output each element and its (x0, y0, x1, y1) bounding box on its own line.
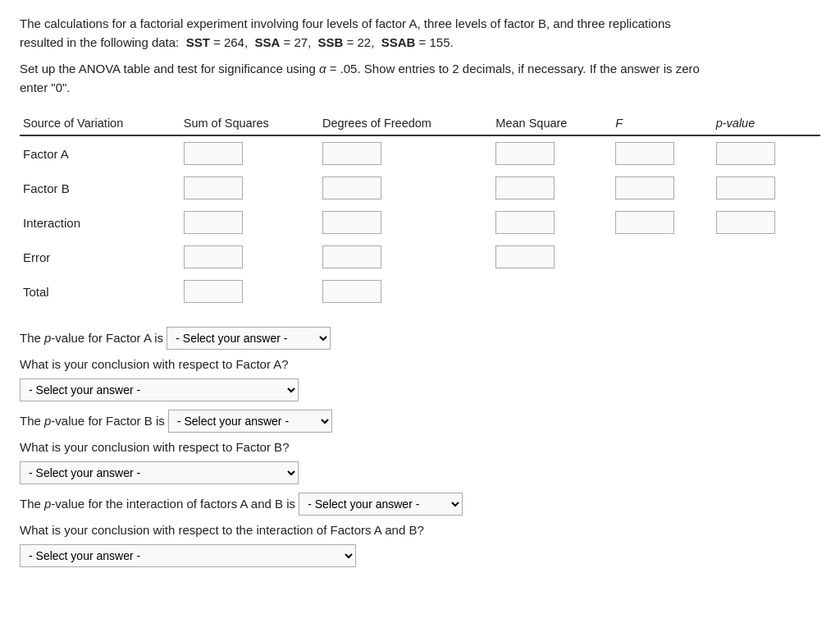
cell-ms-err[interactable] (492, 240, 612, 274)
question-block-factor-b: The p-value for Factor B is - Select you… (20, 410, 820, 484)
row-label-interaction: Interaction (20, 205, 180, 240)
cell-df-a[interactable] (319, 135, 492, 171)
input-ss-a[interactable] (184, 142, 243, 165)
input-pv-b[interactable] (716, 176, 775, 199)
input-ss-total[interactable] (184, 280, 243, 303)
input-df-total[interactable] (322, 280, 381, 303)
col-header-f: F (612, 112, 713, 135)
cell-pv-err-empty (713, 240, 820, 274)
q1-conclusion-select[interactable]: - Select your answer - (20, 378, 299, 401)
input-df-err[interactable] (322, 245, 381, 268)
question-block-factor-a: The p-value for Factor A is - Select you… (20, 327, 820, 401)
input-ms-int[interactable] (495, 211, 555, 234)
intro-line1: The calculations for a factorial experim… (20, 15, 820, 52)
cell-df-int[interactable] (319, 205, 492, 240)
col-header-df: Degrees of Freedom (319, 112, 492, 135)
q3-pvalue-select[interactable]: - Select your answer - (299, 493, 463, 516)
q2-pvalue-select[interactable]: - Select your answer - (168, 410, 332, 433)
input-ms-a[interactable] (495, 142, 555, 165)
cell-ss-err[interactable] (180, 240, 319, 274)
cell-f-err-empty (612, 240, 713, 274)
table-row: Factor B (20, 171, 820, 205)
row-label-factor-a: Factor A (20, 135, 180, 171)
col-header-source: Source of Variation (20, 112, 180, 135)
q3-conclusion-label: What is your conclusion with respect to … (20, 519, 820, 541)
q1-conclusion-label: What is your conclusion with respect to … (20, 353, 820, 375)
cell-ms-int[interactable] (492, 205, 612, 240)
cell-ss-total[interactable] (180, 274, 319, 309)
input-df-int[interactable] (322, 211, 381, 234)
cell-df-total[interactable] (319, 274, 492, 309)
q3-conclusion-select[interactable]: - Select your answer - (20, 544, 356, 567)
row-label-factor-b: Factor B (20, 171, 180, 205)
input-df-b[interactable] (322, 176, 381, 199)
input-f-int[interactable] (615, 211, 674, 234)
setup-text: Set up the ANOVA table and test for sign… (20, 60, 820, 97)
cell-ms-total-empty (492, 274, 612, 309)
table-row: Total (20, 274, 820, 309)
input-ss-int[interactable] (184, 211, 243, 234)
input-ms-b[interactable] (495, 176, 555, 199)
cell-ms-a[interactable] (492, 135, 612, 171)
anova-table: Source of Variation Sum of Squares Degre… (20, 112, 820, 309)
cell-ss-b[interactable] (180, 171, 319, 205)
table-row: Interaction (20, 205, 820, 240)
cell-f-b[interactable] (612, 171, 713, 205)
input-ms-err[interactable] (495, 245, 555, 268)
q3-pvalue-label: The p-value for the interaction of facto… (20, 493, 820, 516)
q2-conclusion-select[interactable]: - Select your answer - (20, 461, 299, 484)
input-f-b[interactable] (615, 176, 674, 199)
col-header-pv: p-value (713, 112, 820, 135)
row-label-total: Total (20, 274, 180, 309)
cell-pv-total-empty (713, 274, 820, 309)
question-block-interaction: The p-value for the interaction of facto… (20, 493, 820, 567)
table-row: Factor A (20, 135, 820, 171)
cell-df-b[interactable] (319, 171, 492, 205)
row-label-error: Error (20, 240, 180, 274)
col-header-ss: Sum of Squares (180, 112, 319, 135)
cell-pv-b[interactable] (713, 171, 820, 205)
q2-conclusion-label: What is your conclusion with respect to … (20, 436, 820, 458)
col-header-ms: Mean Square (492, 112, 612, 135)
cell-f-total-empty (612, 274, 713, 309)
cell-f-a[interactable] (612, 135, 713, 171)
cell-ss-int[interactable] (180, 205, 319, 240)
cell-f-int[interactable] (612, 205, 713, 240)
q1-pvalue-label: The p-value for Factor A is - Select you… (20, 327, 820, 350)
table-row: Error (20, 240, 820, 274)
q2-pvalue-label: The p-value for Factor B is - Select you… (20, 410, 820, 433)
input-df-a[interactable] (322, 142, 381, 165)
input-pv-a[interactable] (716, 142, 775, 165)
input-pv-int[interactable] (716, 211, 775, 234)
q1-pvalue-select[interactable]: - Select your answer - (167, 327, 331, 350)
cell-df-err[interactable] (319, 240, 492, 274)
cell-ms-b[interactable] (492, 171, 612, 205)
cell-pv-a[interactable] (713, 135, 820, 171)
input-ss-err[interactable] (184, 245, 243, 268)
cell-pv-int[interactable] (713, 205, 820, 240)
cell-ss-a[interactable] (180, 135, 319, 171)
input-f-a[interactable] (615, 142, 674, 165)
input-ss-b[interactable] (184, 176, 243, 199)
